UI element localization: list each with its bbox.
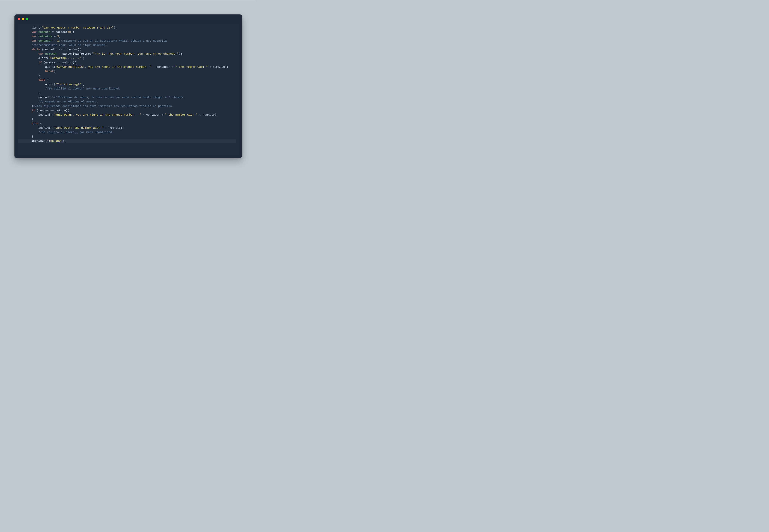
code-content: alert("Can you guess a number between 0 … <box>18 26 239 143</box>
page-top-strip <box>0 0 257 0</box>
window-minimize-icon[interactable] <box>22 18 24 20</box>
page-stage: alert("Can you guess a number between 0 … <box>0 0 257 171</box>
code-editor[interactable]: alert("Can you guess a number between 0 … <box>18 24 239 154</box>
window-titlebar <box>14 14 242 23</box>
code-window: alert("Can you guess a number between 0 … <box>14 14 242 158</box>
window-zoom-icon[interactable] <box>26 18 28 20</box>
window-close-icon[interactable] <box>18 18 20 20</box>
